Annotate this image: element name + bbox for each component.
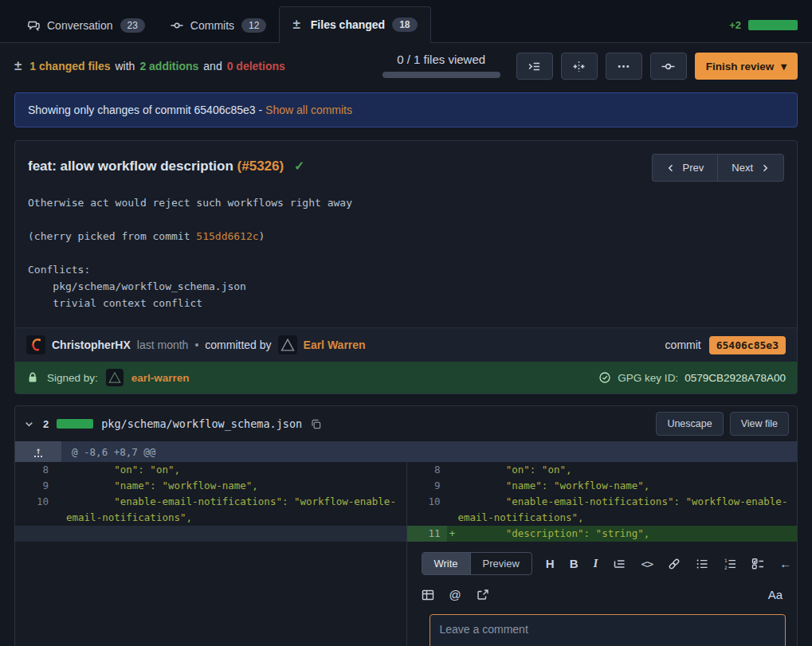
changed-files-summary: ± 1 changed files with 2 additions and 0… [14, 58, 285, 74]
signed-by-label: Signed by: [47, 372, 98, 384]
prev-commit-button[interactable]: Prev [652, 154, 718, 182]
expand-hunk-button[interactable]: ↑ [15, 441, 61, 462]
diffstat-bar [748, 20, 798, 30]
signer-avatar-image [108, 370, 122, 385]
font-toggle-icon[interactable]: Aa [768, 588, 786, 601]
files-viewed-label: 0 / 1 files viewed [397, 53, 485, 66]
changed-files-count: 1 changed files [29, 60, 110, 72]
line-sign [55, 462, 66, 478]
gpg-key-group: GPG key ID: 0579CB2928A78A00 [598, 371, 786, 384]
view-file-button[interactable]: View file [730, 412, 789, 436]
tab-conversation[interactable]: Conversation 23 [14, 9, 158, 42]
expand-up-icon: ↑ [34, 447, 41, 457]
commit-message-line: Otherwise act would reject such workflow… [28, 194, 784, 211]
next-commit-button[interactable]: Next [717, 154, 784, 182]
arrow-left-icon[interactable]: ← [779, 557, 791, 570]
line-number[interactable]: 10 [15, 494, 55, 526]
diff-row: 8 "on": "on", [407, 462, 798, 478]
copy-path-icon[interactable] [310, 418, 322, 430]
table-icon[interactable] [422, 589, 434, 601]
file-tree-icon [528, 60, 541, 73]
link-icon[interactable] [668, 558, 681, 570]
line-number[interactable]: 8 [15, 462, 55, 478]
next-label: Next [732, 162, 753, 174]
tab-preview[interactable]: Preview [471, 553, 532, 574]
signed-row: Signed by: earl-warren GPG key ID: 0579C… [15, 362, 797, 393]
cherry-pick-line: (cherry picked from commit 515dd6612c) [28, 228, 784, 245]
comment-textarea[interactable] [430, 614, 787, 646]
reference-icon[interactable] [477, 589, 489, 601]
gpg-key-label: GPG key ID: [618, 372, 678, 384]
commit-meta-row: ChristopherHX last month • committed by … [15, 327, 797, 362]
code-line: "enable-email-notifications": "workflow-… [66, 494, 406, 526]
code-line: "enable-email-notifications": "workflow-… [458, 494, 798, 526]
unordered-list-icon[interactable] [696, 558, 708, 570]
commit-select-button[interactable] [650, 53, 687, 80]
code-line: "on": "on", [66, 462, 406, 478]
unescape-button[interactable]: Unescape [656, 412, 723, 436]
format-tools: H B I <> 12 [546, 557, 798, 570]
commit-message: Otherwise act would reject such workflow… [15, 188, 797, 327]
mention-icon[interactable]: @ [449, 588, 461, 601]
diff-view-mode-button[interactable] [561, 53, 598, 80]
diff-pane-old: 8 "on": "on", 9 "name": "workflow-name",… [15, 462, 406, 646]
commit-time: last month [137, 339, 189, 351]
diff-pane-new: 8 "on": "on", 9 "name": "workflow-name",… [406, 462, 798, 646]
commit-box: feat: allow workflow description (#5326)… [14, 140, 798, 394]
diff-summary-row: ± 1 changed files with 2 additions and 0… [0, 43, 812, 88]
line-sign [55, 494, 66, 526]
line-sign [55, 478, 66, 494]
file-tree-toggle-button[interactable] [516, 53, 553, 80]
commit-filter-banner: Showing only changes of commit 65406c85e… [14, 92, 798, 127]
task-list-icon[interactable] [751, 558, 764, 570]
files-viewed-progress [382, 72, 500, 78]
finish-review-label: Finish review [706, 61, 775, 72]
code-line: "on": "on", [458, 462, 798, 478]
summary-text: and [203, 60, 222, 72]
tab-count-badge: 18 [392, 18, 417, 32]
author-name[interactable]: ChristopherHX [52, 339, 131, 351]
tab-files-changed[interactable]: ± Files changed 18 [279, 6, 430, 43]
finish-review-button[interactable]: Finish review ▾ [695, 53, 798, 80]
signer-link[interactable]: earl-warren [131, 372, 190, 384]
committer-avatar[interactable] [278, 335, 297, 354]
line-number[interactable]: 8 [407, 462, 447, 478]
hunk-range-text: @ -8,6 +8,7 @@ [61, 441, 155, 462]
line-number[interactable]: 9 [407, 478, 447, 494]
tab-write[interactable]: Write [422, 553, 471, 574]
diffstat[interactable]: +2 [729, 19, 798, 42]
tab-label: Files changed [311, 18, 385, 31]
quote-icon[interactable] [613, 558, 626, 570]
heading-icon[interactable]: H [546, 557, 555, 570]
collapse-file-icon[interactable] [23, 418, 35, 430]
split-diff-icon [572, 60, 586, 73]
line-number[interactable]: 11 [407, 526, 447, 542]
line-number[interactable]: 9 [15, 478, 55, 494]
tab-commits[interactable]: Commits 12 [158, 9, 280, 42]
deletions-count: 0 deletions [227, 60, 285, 72]
committer-name[interactable]: Earl Warren [304, 339, 366, 351]
editor-toolbar-row2: @ Aa [422, 588, 787, 601]
bold-icon[interactable]: B [570, 557, 579, 570]
cherry-pick-hash-link[interactable]: 515dd6612c [196, 230, 258, 242]
gpg-key-value: 0579CB2928A78A00 [685, 372, 786, 384]
commit-label: commit [665, 339, 701, 351]
line-number[interactable]: 10 [407, 494, 447, 526]
diff-icon: ± [292, 17, 300, 33]
tab-label: Conversation [47, 19, 113, 32]
conflicts-block: Conflicts: pkg/schema/workflow_schema.js… [28, 261, 784, 311]
commit-hash-badge[interactable]: 65406c85e3 [709, 336, 786, 354]
file-header: 2 pkg/schema/workflow_schema.json Unesca… [15, 406, 797, 441]
signer-avatar[interactable] [106, 369, 124, 386]
conversation-icon [27, 19, 40, 32]
show-all-commits-link[interactable]: Show all commits [265, 104, 352, 116]
issue-ref[interactable]: (#5326) [237, 159, 284, 174]
line-sign [447, 494, 458, 526]
code-icon[interactable]: <> [641, 558, 653, 570]
more-options-button[interactable] [606, 53, 642, 80]
code-line: "name": "workflow-name", [458, 478, 798, 494]
author-avatar[interactable] [26, 335, 45, 354]
inline-comment-form: Write Preview H B I <> [407, 542, 798, 646]
italic-icon[interactable]: I [594, 557, 598, 570]
ordered-list-icon[interactable]: 12 [724, 558, 736, 570]
